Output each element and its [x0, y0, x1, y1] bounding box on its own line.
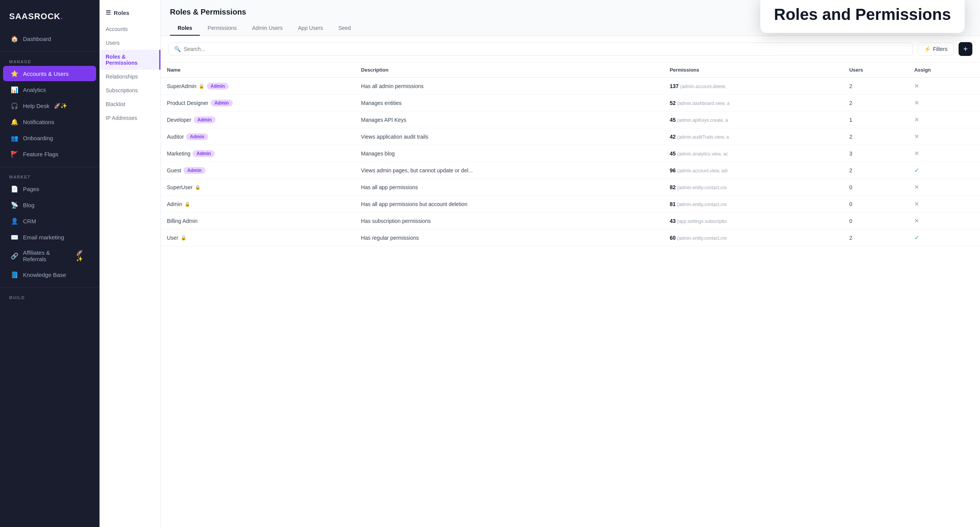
- sidebar-item-affiliates[interactable]: 🔗 Affiliates & Referrals 🚀✨: [3, 245, 96, 266]
- search-input[interactable]: [184, 46, 907, 52]
- tab-roles[interactable]: Roles: [170, 21, 200, 36]
- market-section-label: MARKET: [0, 172, 99, 181]
- sidebar-label-blog: Blog: [23, 202, 34, 208]
- cell-action[interactable]: ✕: [908, 78, 980, 95]
- cell-description: Has all app permissions but account dele…: [355, 196, 663, 213]
- sub-sidebar-subscriptions[interactable]: Subscriptions: [100, 83, 160, 97]
- tab-permissions[interactable]: Permissions: [200, 21, 244, 36]
- table-row: MarketingAdminManages blog45 (admin.anal…: [161, 145, 980, 162]
- add-button[interactable]: +: [959, 42, 972, 56]
- sub-sidebar-ip-addresses[interactable]: IP Addresses: [100, 111, 160, 125]
- users-count: 2: [849, 100, 852, 106]
- sidebar-label-pages: Pages: [23, 186, 39, 192]
- lock-icon: 🔒: [199, 83, 204, 89]
- cell-action[interactable]: ✓: [908, 229, 980, 246]
- sidebar-item-pages[interactable]: 📄 Pages: [3, 181, 96, 196]
- delete-icon[interactable]: ✕: [914, 218, 919, 224]
- tooltip-title: Roles and Permissions: [774, 5, 951, 24]
- perm-count: 42: [670, 134, 676, 140]
- admin-badge: Admin: [207, 83, 229, 90]
- cell-users: 3: [843, 145, 908, 162]
- cell-users: 0: [843, 179, 908, 196]
- tab-app-users[interactable]: App Users: [291, 21, 331, 36]
- delete-icon[interactable]: ✕: [914, 133, 919, 140]
- users-count: 1: [849, 117, 852, 123]
- perm-count: 45: [670, 117, 676, 123]
- filters-button[interactable]: ⚡ Filters: [918, 43, 954, 56]
- cell-name: SuperUser🔒: [161, 179, 355, 196]
- cell-action[interactable]: ✕: [908, 145, 980, 162]
- role-name-text: Auditor: [167, 134, 184, 140]
- cell-description: Has subscription permissions: [355, 213, 663, 229]
- star-icon: ⭐: [11, 70, 18, 77]
- cell-action[interactable]: ✕: [908, 111, 980, 128]
- sub-sidebar-roles[interactable]: Roles & Permissions: [100, 50, 160, 70]
- cell-name: MarketingAdmin: [161, 145, 355, 162]
- cell-name: Product DesignerAdmin: [161, 95, 355, 111]
- col-description: Description: [355, 62, 663, 78]
- cell-description: Manages entities: [355, 95, 663, 111]
- sub-sidebar-blacklist[interactable]: Blacklist: [100, 97, 160, 111]
- cell-permissions: 42 (admin.auditTrails.view, a: [663, 128, 843, 145]
- sidebar-item-crm[interactable]: 👤 CRM: [3, 213, 96, 229]
- tab-seed[interactable]: Seed: [331, 21, 359, 36]
- crm-icon: 👤: [11, 217, 18, 225]
- role-name-text: Admin: [167, 201, 182, 207]
- cell-action[interactable]: ✕: [908, 95, 980, 111]
- cell-action[interactable]: ✕: [908, 179, 980, 196]
- cell-action[interactable]: ✕: [908, 196, 980, 213]
- sidebar-item-blog[interactable]: 📡 Blog: [3, 197, 96, 213]
- table-row: User🔒Has regular permissions60 (admin.en…: [161, 229, 980, 246]
- table-row: AuditorAdminViews application audit trai…: [161, 128, 980, 145]
- sidebar-item-analytics[interactable]: 📊 Analytics: [3, 82, 96, 97]
- cell-action[interactable]: ✕: [908, 213, 980, 229]
- perm-count: 96: [670, 167, 676, 173]
- role-name-text: Guest: [167, 167, 181, 173]
- sidebar-item-email-marketing[interactable]: ✉️ Email marketing: [3, 229, 96, 245]
- perm-detail: (admin.dashboard.view, a: [677, 101, 730, 106]
- users-count: 0: [849, 218, 852, 224]
- affiliates-badge: 🚀✨: [76, 250, 88, 262]
- sidebar-label-notifications: Notifications: [23, 119, 54, 125]
- cell-name: Billing Admin: [161, 213, 355, 229]
- cell-users: 2: [843, 128, 908, 145]
- delete-icon[interactable]: ✕: [914, 116, 919, 123]
- sidebar-item-knowledge-base[interactable]: 📘 Knowledge Base: [3, 267, 96, 282]
- cell-action[interactable]: ✕: [908, 128, 980, 145]
- sidebar-item-accounts-users[interactable]: ⭐ Accounts & Users: [3, 66, 96, 81]
- delete-icon[interactable]: ✕: [914, 83, 919, 89]
- sidebar: SAASROCK. 🏠 Dashboard MANAGE ⭐ Accounts …: [0, 0, 100, 527]
- sidebar-item-notifications[interactable]: 🔔 Notifications: [3, 114, 96, 129]
- role-name-text: Marketing: [167, 151, 190, 157]
- lock-icon: 🔒: [185, 201, 190, 207]
- delete-icon[interactable]: ✕: [914, 150, 919, 157]
- perm-count: 52: [670, 100, 676, 106]
- email-icon: ✉️: [11, 233, 18, 241]
- filters-label: Filters: [933, 46, 947, 52]
- table-row: Billing AdminHas subscription permission…: [161, 213, 980, 229]
- tooltip-card: Roles and Permissions: [760, 0, 965, 33]
- content-panel: Roles & Permissions Roles and Permission…: [161, 0, 980, 527]
- tab-admin-users[interactable]: Admin Users: [244, 21, 290, 36]
- role-name-text: SuperUser: [167, 184, 193, 190]
- sidebar-item-helpdesk[interactable]: 🎧 Help Desk 🚀✨: [3, 98, 96, 113]
- perm-detail: (admin.analytics.view, ac: [677, 151, 728, 157]
- sidebar-item-onboarding[interactable]: 👥 Onboarding: [3, 130, 96, 146]
- sub-sidebar-accounts[interactable]: Accounts: [100, 22, 160, 36]
- delete-icon[interactable]: ✕: [914, 201, 919, 207]
- sidebar-item-dashboard[interactable]: 🏠 Dashboard: [3, 31, 96, 46]
- logo-dot: .: [60, 11, 63, 21]
- delete-icon[interactable]: ✕: [914, 100, 919, 106]
- search-box[interactable]: 🔍: [168, 43, 913, 56]
- perm-detail: (admin.entity.contact.cre: [677, 185, 727, 190]
- sidebar-item-feature-flags[interactable]: 🚩 Feature Flags: [3, 146, 96, 162]
- flag-icon: 🚩: [11, 150, 18, 158]
- sub-sidebar-relationships[interactable]: Relationships: [100, 70, 160, 83]
- perm-detail: (admin.entity.contact.cre: [677, 202, 727, 207]
- cell-action[interactable]: ✓: [908, 162, 980, 179]
- home-icon: 🏠: [11, 35, 18, 43]
- delete-icon[interactable]: ✕: [914, 184, 919, 190]
- sidebar-label-feature-flags: Feature Flags: [23, 151, 59, 157]
- role-name-text: SuperAdmin: [167, 83, 196, 89]
- sub-sidebar-users[interactable]: Users: [100, 36, 160, 50]
